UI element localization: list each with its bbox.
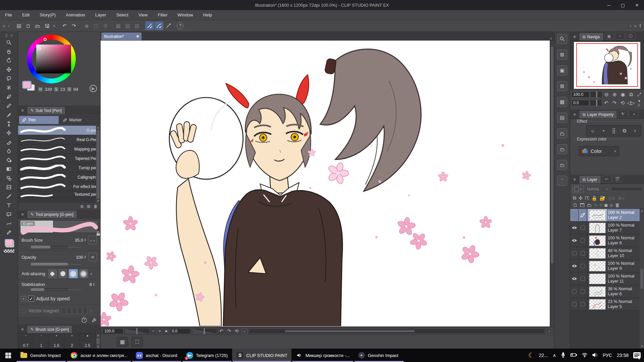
vector-magnet-expand-icon[interactable]: › [90,308,92,313]
nav-rotate-ccw-icon[interactable]: ↶ [603,99,609,107]
subtool-group-tab-marker[interactable]: Marker [60,116,100,124]
transparent-color-swatch[interactable] [3,249,15,253]
edit-history-tab-icon[interactable]: ↩ [602,176,612,182]
vector-magnet-checkbox[interactable] [21,309,26,313]
material-3d-figure-icon[interactable]: 🕴 [557,176,567,186]
new-raster-layer-icon[interactable]: 🗋 [573,202,578,208]
menu-edit[interactable]: Edit [17,12,35,17]
brush-tool-icon[interactable] [3,110,15,119]
opacity-slider[interactable] [31,263,68,265]
nav-rotate-cw-icon[interactable]: ↷ [611,99,618,107]
paste-subtool-icon[interactable]: ⊞ [87,204,90,209]
transfer-layer-icon[interactable]: ⧈ [594,202,597,208]
frame-border-tool-icon[interactable] [3,183,15,192]
ruler-tool-icon[interactable] [3,192,15,201]
layer-row-layer8[interactable]: 100 % NormalLayer 8 [570,234,644,247]
panel-menu-right-icon[interactable]: ‖ [638,23,643,28]
all-sides-view-button[interactable]: ⛶ [131,337,143,347]
text-tool-icon[interactable] [3,201,15,210]
snap-to-ruler-icon[interactable] [145,21,154,30]
expression-color-dropdown[interactable]: Color ∨ [579,146,619,156]
layer-property-menu-icon[interactable]: ≡ [570,112,579,118]
preset-1-5[interactable]: 1.5 [49,334,64,349]
material-monochrome-icon[interactable]: ▦ [557,97,567,107]
language-label[interactable]: РУС [603,353,612,358]
navigator-preview[interactable] [570,41,644,90]
tool-palette-grip-icon[interactable]: ⣿ [5,33,8,38]
selection-fill-icon[interactable]: ▨ [132,21,141,30]
delete-layer-icon[interactable]: 🗑 [615,202,620,208]
decoration-tool-icon[interactable] [3,128,15,137]
invert-selection-icon[interactable]: ◫ [92,21,100,30]
wrench-icon[interactable] [91,317,97,324]
temperature-label[interactable]: 22... [539,353,548,358]
adjust-by-speed-checkbox[interactable]: ✓ [28,296,34,302]
zoom-out-icon[interactable]: − [151,328,156,334]
navigator-rotation-input[interactable]: 0.0 [572,100,589,106]
layer-search-tab-icon[interactable]: ⧨ [618,111,628,117]
weather-moon-icon[interactable]: ☾ [528,351,534,359]
fill-tool-icon[interactable] [3,156,15,165]
tool-palette-menu-icon[interactable]: ≡ [10,33,12,37]
canvas-zoom-slider[interactable] [125,329,149,334]
reset-rotation-icon[interactable]: ⟲ [234,328,239,334]
canvas-rotation-input[interactable]: 0.0 [170,328,191,334]
material-search-icon[interactable] [557,34,567,44]
canvas[interactable] [101,41,550,326]
navigator-menu-icon[interactable]: ≡ [570,34,579,41]
preset-0-7[interactable]: 0.7 [18,334,34,349]
adjust-by-speed-expand-icon[interactable]: + [21,296,26,301]
anti-aliasing-expand-icon[interactable]: ∨ [90,272,93,276]
puppet-warp-icon[interactable]: ✣ [579,195,583,201]
clock-label[interactable]: 23:58 [617,353,629,358]
subtool-panel-tab[interactable]: ✎Sub Tool [Pen] [27,106,65,114]
taskbar-item-volume-mixer[interactable]: Микшер громкости -... [291,349,354,362]
material-folder3-icon[interactable]: 🗀 [557,160,567,170]
layer-row-layer2[interactable]: 100 % NormalLayer 2 [570,209,644,222]
subtool-panel-menu-icon[interactable]: ≡ [18,108,27,114]
subtool-group-tab-pen[interactable]: Pen [19,116,59,124]
notification-center-icon[interactable] [633,352,641,358]
material-folder1-icon[interactable]: 🗀 [557,128,567,138]
snap-to-grid-icon[interactable] [164,21,173,30]
tab-close-icon[interactable] [137,35,139,38]
navigator-zoom-input[interactable]: 100.0 [572,92,589,98]
saturation-value-square[interactable] [36,45,71,73]
halftone-effect-icon[interactable]: ⣿ [609,126,619,135]
navigator-tab[interactable]: ⧉Naviga [579,33,603,41]
canvas-horizontal-scrollbar[interactable] [250,329,544,333]
rotate-cw-icon[interactable]: ↷ [226,328,232,334]
hue-ring-cursor[interactable] [44,38,47,41]
help-icon[interactable]: ? [177,22,183,29]
tone-tab-icon[interactable]: ◑ [629,111,639,117]
apply-mask-icon[interactable]: ◙ [610,202,612,208]
brush-item-g-pen[interactable]: G-pen [18,126,100,135]
brush-size-panel-tab[interactable]: ✎Brush size [G-pen] [27,325,72,333]
close-button[interactable]: ✕ [630,0,644,10]
layer-row-layer7[interactable]: 100 % NormalLayer 7 [570,222,644,234]
menu-help[interactable]: Help [198,12,217,17]
brush-item-calligraphy[interactable]: Calligraphy [18,173,100,182]
blend-tool-icon[interactable] [3,146,15,156]
ruler-range-icon[interactable]: ⟁∨ [618,195,625,201]
material-image-icon[interactable]: ▣ [557,65,567,75]
anti-aliasing-strong-button[interactable] [79,269,88,278]
brush-size-value[interactable]: 35.0▲▼ [75,238,86,243]
wifi-icon[interactable] [582,353,588,358]
zoom-tool-icon[interactable] [3,38,15,47]
brush-list-scrollbar[interactable]: ▲▼ [96,126,100,203]
brush-item-textured-pen[interactable]: Textured pen [18,191,100,197]
preset-scrollbar[interactable]: ▲▼ [96,334,100,349]
layer-row-layer9[interactable]: 100 % NormalLayer 9 [570,260,644,273]
taskbar-item-telegram[interactable]: 5 Telegram (1725) [182,349,232,362]
collapse-left-icon[interactable]: « [1,23,7,28]
brush-size-dynamics-button[interactable]: ⌄⌄ [88,236,97,244]
volume-icon[interactable] [592,353,598,358]
nav-actual-size-icon[interactable]: ⤢ [636,91,643,98]
item-bank-tab-icon[interactable]: ◔ [615,33,625,40]
menu-view[interactable]: View [133,12,153,17]
layer-row-layer11[interactable]: 100 % NormalLayer 11 [570,273,644,285]
maximize-button[interactable]: ▢ [616,0,630,10]
selection-from-layer-icon[interactable]: ⧉ [573,195,576,201]
nav-zoom-reset-icon[interactable]: ◉ [620,91,626,98]
